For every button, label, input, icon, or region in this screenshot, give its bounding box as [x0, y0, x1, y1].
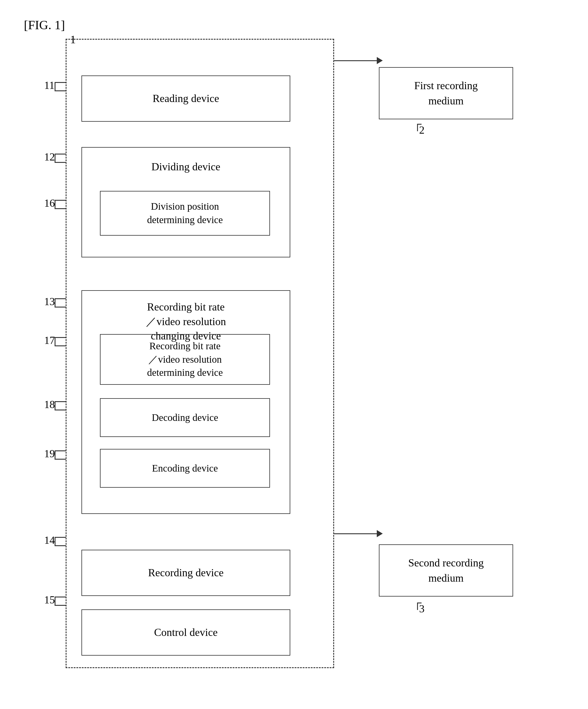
label-11: 11 [44, 79, 55, 91]
bitrate-determining-label: Recording bit rate／video resolutiondeter… [147, 339, 223, 379]
label-14: 14 [44, 534, 55, 547]
encoding-device-box: Encoding device [100, 449, 270, 488]
figure-label: [FIG. 1] [24, 18, 65, 32]
second-recording-medium-label: Second recordingmedium [408, 555, 484, 585]
dividing-device-label: Dividing device [82, 160, 290, 174]
division-position-device-box: Division positiondetermining device [100, 191, 270, 236]
label-18: 18 [44, 398, 55, 411]
second-recording-medium-box: Second recordingmedium [379, 544, 513, 597]
label-3: 3 [419, 603, 425, 615]
reading-device-label: Reading device [153, 91, 219, 106]
first-recording-medium-label: First recordingmedium [414, 78, 478, 108]
decoding-device-box: Decoding device [100, 398, 270, 437]
label-16: 16 [44, 197, 55, 209]
line-recording-to-second [334, 533, 379, 534]
recording-device-box: Recording device [81, 550, 290, 596]
label-2: 2 [419, 124, 425, 136]
first-recording-medium-box: First recordingmedium [379, 67, 513, 119]
arrow-reading-to-first [377, 57, 383, 64]
control-device-label: Control device [154, 625, 218, 640]
label-12: 12 [44, 151, 55, 163]
decoding-device-label: Decoding device [152, 411, 219, 424]
division-position-label: Division positiondetermining device [147, 200, 223, 227]
arrow-recording-to-second [377, 530, 383, 537]
label-13: 13 [44, 295, 55, 308]
page: [FIG. 1] 1 Reading device Dividing devic… [0, 0, 588, 709]
bitrate-changing-device-box: Recording bit rate／video resolutionchang… [81, 290, 290, 514]
line-reading-to-first [334, 60, 379, 61]
recording-device-label: Recording device [148, 566, 224, 580]
label-19: 19 [44, 447, 55, 460]
label-17: 17 [44, 334, 55, 347]
control-device-box: Control device [81, 609, 290, 656]
outer-system-box: Reading device Dividing device Division … [66, 39, 334, 668]
label-15: 15 [44, 594, 55, 606]
bitrate-determining-device-box: Recording bit rate／video resolutiondeter… [100, 334, 270, 385]
encoding-device-label: Encoding device [152, 462, 218, 475]
dividing-device-box: Dividing device Division positiondetermi… [81, 147, 290, 257]
reading-device-box: Reading device [81, 76, 290, 122]
